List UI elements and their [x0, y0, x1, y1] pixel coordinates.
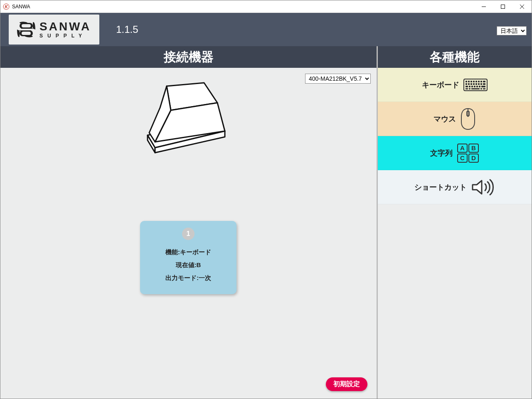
- svg-text:K: K: [5, 5, 8, 9]
- header-bar: SANWA SUPPLY 1.1.5 日本語: [0, 13, 532, 46]
- function-shortcut[interactable]: ショートカット: [378, 170, 532, 204]
- svg-rect-9: [22, 32, 31, 35]
- svg-rect-37: [476, 86, 478, 87]
- keyboard-icon: [463, 79, 488, 91]
- content-area: 400-MA212BK_V5.7 1 機能:キーボード: [0, 68, 532, 399]
- main-panel: 400-MA212BK_V5.7 1 機能:キーボード: [0, 68, 378, 399]
- svg-rect-19: [470, 81, 472, 82]
- reset-button[interactable]: 初期設定: [326, 377, 367, 391]
- logo: SANWA SUPPLY: [9, 15, 99, 45]
- function-mouse[interactable]: マウス: [378, 102, 532, 136]
- function-shortcut-label: ショートカット: [414, 182, 467, 192]
- titlebar: K SANWA: [0, 0, 532, 13]
- svg-text:D: D: [471, 154, 476, 161]
- svg-rect-20: [473, 81, 475, 82]
- svg-rect-35: [471, 86, 473, 87]
- abcd-grid-icon: A B C D: [457, 143, 479, 163]
- svg-rect-28: [473, 83, 475, 85]
- svg-text:B: B: [471, 144, 476, 151]
- logo-mark-icon: [17, 20, 35, 39]
- svg-rect-27: [470, 83, 472, 85]
- svg-rect-33: [466, 86, 468, 87]
- svg-rect-39: [481, 86, 485, 87]
- svg-rect-40: [466, 88, 468, 89]
- version-label: 1.1.5: [116, 24, 138, 35]
- svg-rect-38: [479, 86, 480, 87]
- pedal-number-badge: 1: [182, 228, 195, 240]
- svg-rect-44: [483, 88, 485, 89]
- maximize-button[interactable]: [493, 0, 512, 13]
- foot-pedal-icon: [142, 80, 237, 157]
- svg-rect-22: [478, 81, 480, 82]
- pedal-value-line: 現在値:B: [176, 261, 201, 269]
- svg-rect-29: [475, 83, 477, 85]
- svg-text:C: C: [460, 154, 465, 161]
- logo-sub-text: SUPPLY: [39, 33, 91, 38]
- minimize-button[interactable]: [474, 0, 493, 13]
- svg-text:A: A: [460, 144, 465, 151]
- pedal-config-card[interactable]: 1 機能:キーボード 現在値:B 出力モード:一次: [140, 221, 236, 294]
- svg-rect-25: [466, 83, 467, 85]
- function-mouse-label: マウス: [433, 114, 456, 124]
- pedal-function-line: 機能:キーボード: [165, 248, 211, 256]
- svg-rect-3: [501, 5, 505, 8]
- section-headers: 接続機器 各種機能: [0, 46, 532, 68]
- svg-rect-24: [483, 81, 485, 82]
- connected-devices-header: 接続機器: [0, 46, 378, 68]
- function-keyboard[interactable]: キーボード: [378, 68, 532, 102]
- svg-rect-34: [469, 86, 470, 87]
- speaker-icon: [471, 178, 495, 196]
- logo-main-text: SANWA: [39, 21, 91, 32]
- svg-rect-8: [22, 24, 31, 27]
- app-window: K SANWA: [0, 0, 532, 399]
- svg-rect-18: [468, 81, 470, 82]
- functions-panel: キーボード マウス: [378, 68, 532, 399]
- window-title: SANWA: [12, 4, 30, 10]
- svg-rect-26: [468, 83, 470, 85]
- function-string-label: 文字列: [430, 148, 453, 158]
- svg-rect-23: [480, 81, 482, 82]
- svg-rect-17: [466, 81, 467, 82]
- app-icon: K: [3, 3, 10, 10]
- pedal-mode-line: 出力モード:一次: [165, 274, 211, 282]
- svg-rect-43: [480, 88, 482, 89]
- close-button[interactable]: [512, 0, 532, 13]
- svg-rect-41: [469, 88, 470, 89]
- language-select[interactable]: 日本語: [497, 26, 527, 35]
- svg-rect-42: [471, 88, 480, 89]
- svg-rect-21: [475, 81, 477, 82]
- functions-header: 各種機能: [378, 46, 532, 68]
- svg-rect-36: [474, 86, 475, 87]
- svg-rect-30: [478, 83, 480, 85]
- svg-rect-31: [480, 83, 482, 85]
- device-select[interactable]: 400-MA212BK_V5.7: [305, 74, 371, 84]
- function-keyboard-label: キーボード: [422, 80, 459, 90]
- function-string[interactable]: 文字列 A B C D: [378, 136, 532, 170]
- mouse-icon: [460, 108, 476, 130]
- svg-rect-32: [483, 83, 485, 85]
